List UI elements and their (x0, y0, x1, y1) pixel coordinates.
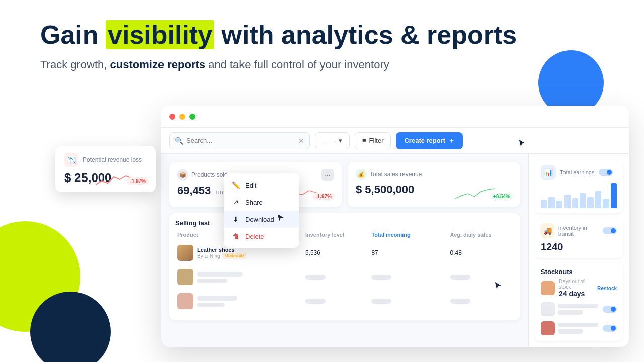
skeleton-line (305, 275, 326, 280)
transit-toggle[interactable] (603, 227, 617, 234)
bar-2 (548, 197, 554, 209)
products-sold-icon: 📦 (177, 169, 188, 180)
earnings-title: Total earnings (560, 169, 595, 175)
delete-label: Delete (245, 233, 264, 240)
products-more-btn[interactable]: ··· (321, 169, 334, 181)
hero-title-highlight: visibility (106, 20, 214, 49)
sort-dropdown[interactable]: —— ▾ (315, 132, 350, 149)
earnings-bars (541, 183, 617, 208)
window-titlebar (161, 106, 629, 128)
total-earnings-card: 📊 Total earnings (535, 160, 623, 213)
skeleton-line (197, 279, 227, 283)
bar-1 (541, 200, 547, 209)
skeleton-line (558, 329, 583, 334)
stockout-item-1: Days out of stock 24 days Restock (541, 279, 617, 298)
context-menu-share[interactable]: ↗ Share (224, 194, 299, 211)
revenue-sparkline (96, 172, 131, 187)
stockout-days: 24 days (559, 290, 593, 298)
earnings-toggle[interactable] (599, 169, 613, 176)
traffic-light-green[interactable] (189, 114, 195, 120)
bar-3 (556, 201, 562, 208)
product-brand: By Li Ning Moderate (197, 253, 247, 259)
search-close-icon[interactable]: ✕ (298, 137, 304, 145)
skeleton-content-2 (558, 321, 600, 336)
skeleton-toggle[interactable] (603, 306, 617, 313)
floating-badge: -1.97% (127, 177, 149, 185)
filter-icon: ≡ (362, 137, 366, 144)
stockout-label: Days out of stock (559, 279, 593, 290)
revenue-loss-icon: 📉 (64, 153, 78, 167)
transit-icon: 🚚 (541, 223, 554, 238)
bar-6 (580, 193, 586, 208)
stockout-image-1 (541, 281, 555, 295)
stockouts-header: Stockouts (541, 268, 617, 276)
subtitle-part1: Track growth, (40, 58, 110, 71)
context-menu-download[interactable]: ⬇ Download (224, 211, 299, 228)
context-menu-edit[interactable]: ✏️ Edit (224, 176, 299, 194)
skeleton-line (450, 299, 470, 304)
skeleton-content (558, 302, 600, 317)
total-sales-card: 💰 Total sales revenue $ 5,500,000 +8.54% (348, 162, 520, 207)
sales-sparkline (455, 185, 495, 202)
product-image-skeleton (177, 269, 193, 285)
search-icon: 🔍 (175, 137, 183, 145)
create-report-button[interactable]: Create report ＋ (396, 132, 463, 149)
search-bar[interactable]: 🔍 ✕ (169, 132, 310, 149)
metric-cards: 📦 Products sold ··· 69,453 units -1.97% (169, 162, 520, 207)
skeleton-line (558, 323, 598, 327)
col-daily-sales: Avg. daily sales (450, 232, 512, 238)
floating-card-title: Potential revenue loss (83, 156, 142, 163)
download-icon: ⬇ (232, 215, 240, 223)
table-row (175, 266, 514, 288)
bar-4 (564, 195, 570, 209)
potential-revenue-card: 📉 Potential revenue loss $ 25,000 -1.97% (55, 146, 156, 192)
bar-10-active (611, 183, 617, 208)
main-panel: 📦 Products sold ··· 69,453 units -1.97% (161, 154, 528, 347)
col-inventory: Inventory level (305, 232, 367, 238)
bar-7 (587, 197, 593, 209)
plus-icon: ＋ (448, 136, 455, 145)
traffic-light-red[interactable] (169, 114, 175, 120)
bar-8 (595, 191, 601, 208)
col-incoming: Total incoming (371, 232, 446, 238)
product-cell-skeleton2 (177, 293, 301, 309)
skeleton-toggle-2[interactable] (603, 325, 617, 332)
subtitle-bold: customize reports (110, 58, 206, 71)
edit-icon: ✏️ (232, 181, 240, 189)
stockouts-title: Stockouts (541, 268, 573, 276)
share-icon: ↗ (232, 198, 240, 206)
toolbar: 🔍 ✕ —— ▾ ≡ Filter Create report ＋ (161, 128, 629, 154)
table-row (175, 290, 514, 312)
download-label: Download (245, 216, 274, 223)
incoming-value: 87 (371, 249, 446, 256)
stockouts-card: Stockouts Days out of stock 24 days Rest… (535, 263, 623, 341)
total-sales-title: 💰 Total sales revenue (356, 169, 512, 180)
skeleton-line (371, 299, 391, 304)
stockout-skeleton-1 (541, 302, 617, 317)
context-menu: ✏️ Edit ↗ Share ⬇ Download 🗑 Delete (224, 173, 299, 248)
skeleton-line (558, 304, 598, 308)
inventory-transit-card: 🚚 Inventory in transit 1240 (535, 218, 623, 258)
right-panel: 📊 Total earnings (528, 154, 629, 347)
skeleton-line (558, 310, 583, 315)
skeleton-line (197, 272, 243, 277)
transit-title: Inventory in transit (558, 225, 599, 237)
traffic-light-yellow[interactable] (179, 114, 185, 120)
context-menu-delete[interactable]: 🗑 Delete (224, 228, 299, 245)
skeleton-line (450, 275, 470, 280)
bar-5 (572, 198, 578, 208)
hero-title: Gain visibility with analytics & reports (40, 20, 604, 50)
table-section: Selling fast Product Inventory level Tot… (169, 213, 520, 320)
search-input[interactable] (186, 137, 295, 144)
delete-icon: 🗑 (232, 232, 240, 240)
filter-button[interactable]: ≡ Filter (355, 132, 391, 149)
share-label: Share (245, 199, 263, 206)
sales-change-badge: +8.54% (490, 193, 513, 200)
skeleton-line (305, 299, 326, 304)
skeleton-line (197, 296, 237, 301)
restock-button[interactable]: Restock (597, 286, 617, 291)
skeleton-img (541, 302, 555, 316)
floating-card-header: 📉 Potential revenue loss (64, 153, 147, 167)
skeleton-line (371, 275, 391, 280)
moderate-badge: Moderate (222, 253, 247, 259)
